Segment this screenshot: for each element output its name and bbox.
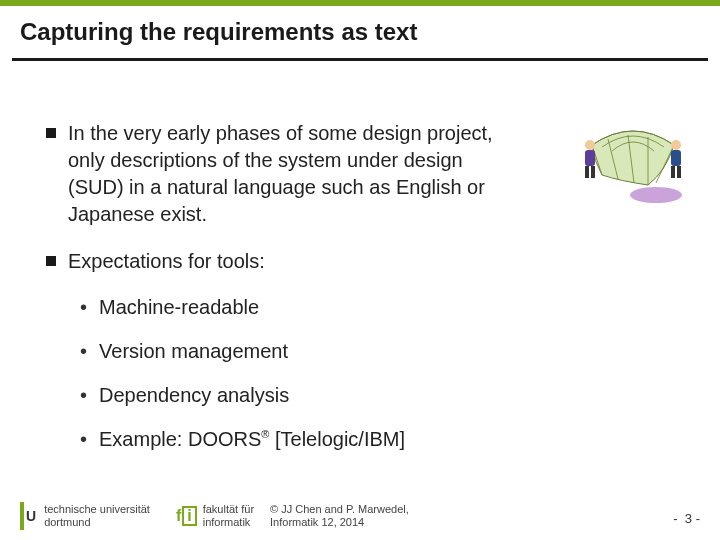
slide: Capturing the requirements as text In th…: [0, 0, 720, 540]
footer-copy-line1: © JJ Chen and P. Marwedel,: [270, 503, 409, 516]
fi-logo-icon: fi: [176, 506, 197, 526]
footer-uni-line2: dortmund: [44, 516, 150, 529]
sub-bullet-text: Machine-readable: [99, 295, 259, 319]
dot-bullet-icon: •: [80, 383, 87, 407]
square-bullet-icon: [46, 128, 56, 138]
tu-logo-icon: U: [20, 502, 36, 530]
dot-bullet-icon: •: [80, 427, 87, 451]
sub-bullet-text: Dependency analysis: [99, 383, 289, 407]
page-prefix: -: [673, 511, 677, 526]
bullet-item: Expectations for tools:: [46, 248, 674, 275]
dot-bullet-icon: •: [80, 295, 87, 319]
bullet-item: In the very early phases of some design …: [46, 120, 674, 228]
page-number: - 3 -: [673, 511, 700, 526]
footer-fak-line1: fakultät für: [203, 503, 254, 516]
dot-bullet-icon: •: [80, 339, 87, 363]
page-suffix: -: [696, 511, 700, 526]
square-bullet-icon: [46, 256, 56, 266]
sub-bullet-list: • Machine-readable • Version management …: [80, 295, 674, 451]
title-underline: [12, 58, 708, 61]
footer-uni-line1: technische universität: [44, 503, 150, 516]
title-area: Capturing the requirements as text: [20, 18, 700, 46]
slide-title: Capturing the requirements as text: [20, 18, 700, 46]
footer-faculty: fakultät für informatik: [203, 503, 254, 529]
footer-fak-line2: informatik: [203, 516, 254, 529]
footer-copyright: © JJ Chen and P. Marwedel, Informatik 12…: [270, 503, 409, 529]
sub-bullet-item: • Dependency analysis: [80, 383, 674, 407]
bullet-text: Expectations for tools:: [68, 248, 265, 275]
sub-bullet-text: Example: DOORS® [Telelogic/IBM]: [99, 427, 405, 451]
accent-bar: [0, 0, 720, 6]
svg-rect-8: [677, 166, 681, 178]
sub-bullet-text: Version management: [99, 339, 288, 363]
bullet-text: In the very early phases of some design …: [68, 120, 498, 228]
footer-university: technische universität dortmund: [44, 503, 150, 529]
sub-bullet-item: • Version management: [80, 339, 674, 363]
footer: U technische universität dortmund fi fak…: [20, 502, 700, 530]
footer-copy-line2: Informatik 12, 2014: [270, 516, 409, 529]
content-area: In the very early phases of some design …: [46, 120, 674, 471]
sub-bullet-item: • Machine-readable: [80, 295, 674, 319]
page-num: 3: [685, 511, 692, 526]
sub-bullet-item: • Example: DOORS® [Telelogic/IBM]: [80, 427, 674, 451]
